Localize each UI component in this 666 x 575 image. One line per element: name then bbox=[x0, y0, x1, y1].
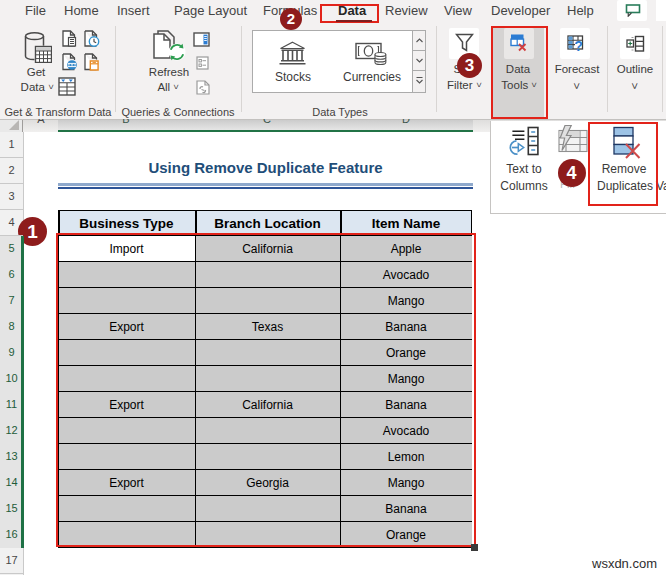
svg-text:?: ? bbox=[574, 38, 583, 54]
